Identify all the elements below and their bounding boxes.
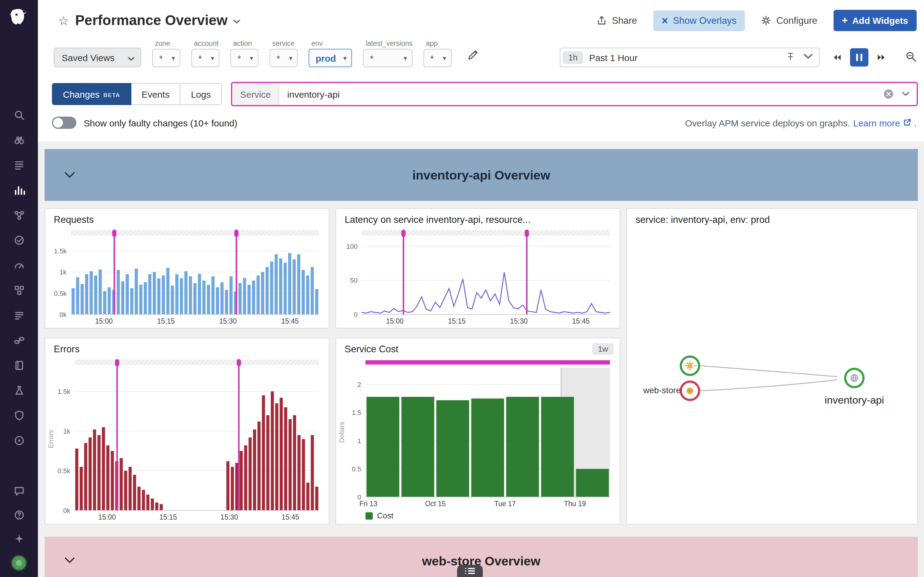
svg-text:Oct 15: Oct 15 bbox=[425, 500, 446, 508]
template-var-action-select[interactable]: * ▾ bbox=[231, 49, 259, 67]
collapse-section-chevron-icon[interactable] bbox=[64, 555, 75, 566]
sidebar-item-infrastructure[interactable] bbox=[11, 283, 26, 297]
pause-icon bbox=[856, 54, 858, 61]
search-dropdown-chevron-icon[interactable] bbox=[902, 92, 909, 97]
template-var-account-select[interactable]: * ▾ bbox=[192, 49, 220, 67]
template-var-latest-versions-select[interactable]: * ▾ bbox=[363, 49, 412, 67]
add-widgets-button[interactable]: + Add Widgets bbox=[833, 10, 917, 31]
chat-icon bbox=[13, 485, 25, 497]
chevron-down-icon: ▾ bbox=[172, 55, 175, 61]
time-range-selector[interactable]: 1h Past 1 Hour bbox=[560, 48, 819, 67]
web-store-label[interactable]: web-store bbox=[643, 385, 681, 395]
sidebar-item-synthetics[interactable] bbox=[11, 383, 26, 398]
svg-text:1: 1 bbox=[357, 437, 361, 445]
sidebar-item-security[interactable] bbox=[11, 408, 26, 422]
tab-events[interactable]: Events bbox=[131, 83, 181, 105]
chevron-down-icon: ▾ bbox=[289, 55, 292, 61]
requests-chart[interactable]: 0k0.5k1k1.5k15:0015:1515:3015:45 bbox=[47, 228, 325, 327]
sidebar-item-events[interactable] bbox=[11, 158, 26, 172]
template-var-env: env prod ▾ bbox=[309, 40, 352, 67]
datadog-logo[interactable] bbox=[7, 5, 31, 29]
sidebar-item-whats-new[interactable] bbox=[11, 531, 26, 546]
chevron-down-icon: ▾ bbox=[250, 55, 253, 61]
sidebar-item-ci[interactable] bbox=[11, 333, 26, 347]
filter-row: Saved Views zone * ▾ account * ▾ bbox=[38, 31, 924, 67]
inventory-api-label[interactable]: inventory-api bbox=[825, 394, 884, 406]
dashboard-content: inventory-api Overview Requests 0k0.5k1k… bbox=[38, 142, 924, 577]
latency-chart[interactable]: 05010015:0015:1515:3015:45 bbox=[337, 228, 616, 327]
widget-title: Requests bbox=[54, 214, 320, 225]
tab-logs[interactable]: Logs bbox=[181, 83, 222, 105]
sidebar-item-logs[interactable] bbox=[11, 308, 26, 322]
cost-legend: Cost bbox=[365, 511, 393, 520]
chevron-down-icon: ▾ bbox=[404, 55, 407, 61]
web-store-node-ok[interactable] bbox=[681, 356, 699, 375]
title-actions: Share × Show Overlays Configure + Add Wi… bbox=[596, 10, 917, 31]
svg-text:Tue 17: Tue 17 bbox=[494, 500, 516, 508]
drag-handle[interactable] bbox=[457, 565, 483, 577]
sidebar-item-help[interactable] bbox=[11, 508, 26, 522]
user-avatar[interactable] bbox=[11, 555, 27, 571]
sidebar-item-profiling[interactable] bbox=[11, 433, 26, 448]
sidebar-item-watchdog[interactable] bbox=[11, 132, 26, 147]
saved-views-button[interactable]: Saved Views bbox=[54, 48, 142, 67]
faulty-changes-toggle[interactable] bbox=[52, 117, 76, 129]
link-icon bbox=[13, 334, 25, 346]
share-button[interactable]: Share bbox=[596, 15, 637, 26]
template-var-app-select[interactable]: * ▾ bbox=[423, 49, 452, 67]
service-map[interactable]: web-store inventory-api bbox=[627, 230, 908, 523]
topbar: ☆ Performance Overview Share × Show Over… bbox=[38, 0, 924, 142]
list-icon bbox=[465, 568, 475, 574]
tab-changes[interactable]: Changes BETA bbox=[52, 83, 131, 105]
tab-group: Changes BETA Events Logs bbox=[52, 83, 222, 105]
search-icons bbox=[883, 89, 917, 100]
gear-icon bbox=[761, 15, 772, 26]
service-search-box[interactable]: Service bbox=[231, 82, 918, 106]
widget-title: Errors bbox=[54, 344, 320, 355]
svg-text:15:45: 15:45 bbox=[282, 513, 299, 521]
pin-icon[interactable] bbox=[786, 52, 795, 63]
favorite-star-icon[interactable]: ☆ bbox=[58, 15, 69, 27]
sidebar-item-metrics[interactable] bbox=[11, 182, 26, 197]
template-var-service-select[interactable]: * ▾ bbox=[270, 49, 298, 67]
zoom-out-button[interactable] bbox=[905, 50, 917, 64]
template-var-zone-select[interactable]: * ▾ bbox=[152, 49, 181, 67]
sidebar-item-notebooks[interactable] bbox=[11, 358, 26, 372]
check-circle-icon bbox=[13, 234, 25, 246]
learn-more-link[interactable]: Learn more bbox=[853, 118, 900, 128]
sidebar-item-service-checks[interactable] bbox=[11, 233, 26, 247]
title-chevron-icon[interactable] bbox=[233, 15, 240, 26]
sidebar-item-search[interactable] bbox=[11, 108, 26, 122]
sidebar-item-chat[interactable] bbox=[11, 484, 26, 498]
sidebar bbox=[0, 0, 38, 577]
configure-button[interactable]: Configure bbox=[761, 15, 817, 26]
svg-text:1.5k: 1.5k bbox=[57, 388, 71, 395]
sidebar-item-dashboards[interactable] bbox=[11, 258, 26, 272]
collapse-section-chevron-icon[interactable] bbox=[64, 169, 75, 181]
page-title: Performance Overview bbox=[75, 12, 228, 29]
sidebar-item-apm[interactable] bbox=[11, 208, 26, 222]
svg-text:1.5k: 1.5k bbox=[54, 247, 67, 255]
clear-search-icon[interactable] bbox=[883, 89, 894, 100]
svg-text:15:15: 15:15 bbox=[160, 513, 177, 521]
template-var-account: account * ▾ bbox=[192, 40, 220, 67]
rewind-button[interactable] bbox=[828, 48, 846, 66]
inventory-api-node[interactable] bbox=[845, 369, 864, 387]
search-icon bbox=[13, 109, 25, 121]
template-var-latest-versions: latest_versions * ▾ bbox=[363, 40, 412, 67]
web-store-node-error[interactable] bbox=[681, 382, 699, 400]
template-var-zone: zone * ▾ bbox=[152, 40, 181, 67]
search-prefix-label: Service bbox=[232, 83, 279, 105]
errors-chart[interactable]: 0k0.5k1k1.5k15:0015:1515:3015:45Errors bbox=[47, 358, 325, 523]
sidebar-nav bbox=[11, 108, 26, 448]
service-search-input[interactable] bbox=[287, 89, 883, 99]
forward-button[interactable] bbox=[872, 48, 890, 66]
cost-chart[interactable]: 00.511.52Fri 13Oct 15Tue 17Thu 19Dollars bbox=[337, 358, 616, 509]
cost-legend-label[interactable]: Cost bbox=[377, 511, 393, 520]
show-overlays-button[interactable]: × Show Overlays bbox=[653, 10, 745, 31]
edit-template-vars-button[interactable] bbox=[467, 49, 478, 63]
template-var-env-select[interactable]: prod ▾ bbox=[309, 49, 352, 67]
pause-button[interactable] bbox=[850, 48, 868, 66]
svg-text:0k: 0k bbox=[63, 507, 71, 514]
network-icon bbox=[13, 209, 25, 221]
